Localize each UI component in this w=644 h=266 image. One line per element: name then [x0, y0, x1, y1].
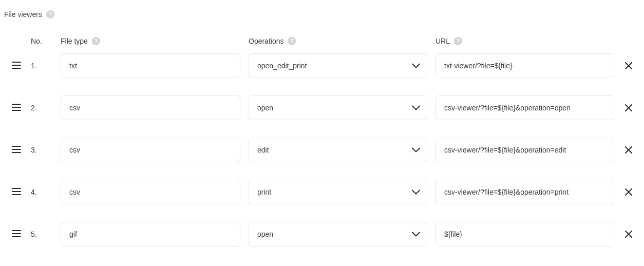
- drag-handle-icon[interactable]: [12, 104, 21, 112]
- file-type-input[interactable]: [61, 53, 240, 78]
- header-url: URL: [435, 37, 450, 45]
- operations-select[interactable]: [249, 96, 427, 120]
- close-icon: [625, 231, 632, 238]
- row-number: 2.: [31, 104, 37, 112]
- url-input[interactable]: [435, 222, 614, 246]
- table-row: 3.: [4, 138, 640, 162]
- remove-row-button[interactable]: [625, 62, 632, 69]
- header-no: No.: [31, 37, 42, 45]
- operations-select[interactable]: [249, 53, 427, 78]
- url-input[interactable]: [435, 138, 614, 162]
- remove-row-button[interactable]: [625, 231, 632, 238]
- operations-select[interactable]: [249, 222, 427, 246]
- close-icon: [625, 104, 632, 111]
- remove-row-button[interactable]: [625, 188, 632, 196]
- url-input[interactable]: [435, 180, 614, 204]
- operations-select[interactable]: [249, 180, 427, 204]
- table-row: 4.: [4, 180, 640, 204]
- file-type-input[interactable]: [61, 222, 240, 246]
- close-icon: [625, 188, 632, 196]
- file-type-input[interactable]: [61, 138, 240, 162]
- table-row: 5.: [4, 222, 640, 246]
- section-title: File viewers ?: [4, 10, 640, 18]
- file-type-input[interactable]: [61, 180, 240, 204]
- section-title-text: File viewers: [4, 10, 42, 18]
- drag-handle-icon[interactable]: [12, 62, 21, 70]
- table-row: 2.: [4, 96, 640, 120]
- table-row: 1.: [4, 53, 640, 78]
- row-number: 1.: [31, 62, 37, 70]
- close-icon: [625, 62, 632, 69]
- row-number: 4.: [31, 188, 37, 196]
- help-icon[interactable]: ?: [46, 10, 54, 18]
- help-icon[interactable]: ?: [92, 37, 100, 45]
- drag-handle-icon[interactable]: [12, 188, 21, 197]
- header-file-type: File type: [61, 37, 88, 45]
- drag-handle-icon[interactable]: [12, 230, 21, 239]
- header-operations: Operations: [249, 37, 283, 45]
- table-header: No. File type? Operations? URL?: [4, 37, 640, 45]
- close-icon: [625, 146, 632, 154]
- drag-handle-icon[interactable]: [12, 146, 21, 155]
- row-number: 5.: [31, 230, 37, 238]
- operations-select[interactable]: [249, 138, 427, 162]
- remove-row-button[interactable]: [625, 146, 632, 154]
- row-number: 3.: [31, 146, 37, 154]
- url-input[interactable]: [435, 53, 614, 78]
- help-icon[interactable]: ?: [454, 37, 462, 45]
- help-icon[interactable]: ?: [288, 37, 296, 45]
- url-input[interactable]: [435, 96, 614, 120]
- remove-row-button[interactable]: [625, 104, 632, 111]
- file-type-input[interactable]: [61, 96, 240, 120]
